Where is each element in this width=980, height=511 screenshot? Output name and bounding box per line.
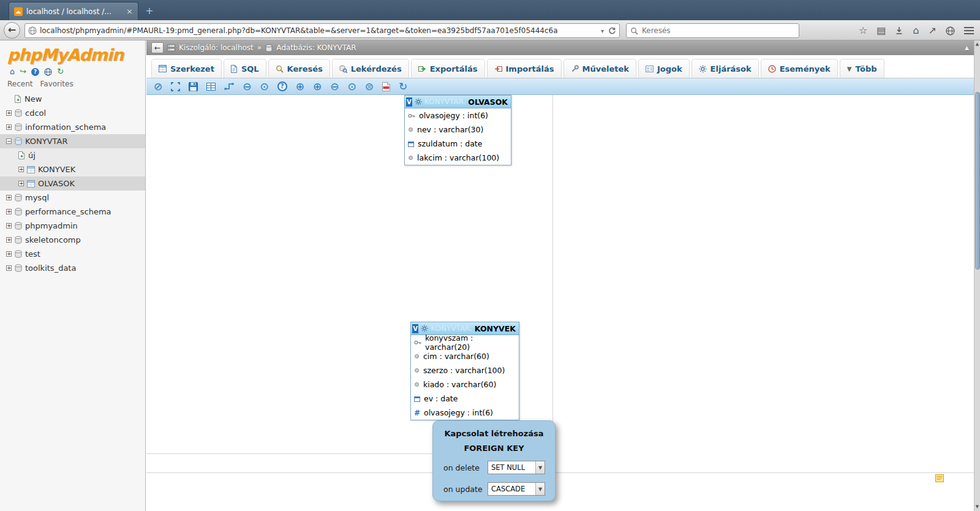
menu-icon[interactable] [964, 27, 974, 34]
tree-item-konyvek[interactable]: + KONYVEK [0, 162, 145, 176]
column-row[interactable]: ev : date [411, 392, 519, 406]
table-options-gear-icon[interactable] [421, 325, 428, 332]
scroll-down-icon[interactable]: ▼ [974, 503, 980, 511]
tab-operations[interactable]: Műveletek [564, 59, 636, 78]
tab-sql[interactable]: SQL [224, 59, 266, 78]
pdf-export-icon[interactable] [382, 82, 390, 91]
network-icon[interactable] [946, 26, 955, 36]
expand-icon[interactable]: + [6, 223, 12, 229]
toggle-grid-icon[interactable]: ⊙ [260, 81, 269, 92]
zoom-in-icon[interactable]: ⊕ [296, 81, 304, 92]
tree-item-cdcol[interactable]: + cdcol [0, 106, 145, 120]
tree-item-olvasok[interactable]: + OLVASOK [0, 176, 145, 191]
scrollbar-thumb[interactable] [975, 92, 980, 270]
tab-privileges[interactable]: Jogok [638, 59, 690, 78]
url-bar[interactable]: localhost/phpmyadmin/#PMAURL-19:pmd_gene… [24, 23, 620, 38]
breadcrumb-database[interactable]: Adatbázis: KONYVTAR [276, 44, 356, 52]
column-row[interactable]: olvasojegy : int(6) [405, 108, 511, 123]
select-arrow-icon[interactable]: ▼ [535, 483, 545, 495]
column-row[interactable]: nev : varchar(30) [405, 123, 511, 137]
table-options-gear-icon[interactable] [415, 98, 422, 105]
tab-search[interactable]: Keresés [268, 59, 330, 78]
logout-icon[interactable]: ↪ [20, 67, 26, 76]
column-row[interactable]: # olvasojegy : int(6) [411, 406, 519, 420]
tab-structure[interactable]: Szerkezet [151, 59, 222, 78]
cancel-icon[interactable]: ⊘ [154, 81, 162, 92]
home-icon[interactable]: ⌂ [913, 26, 919, 36]
browser-tab[interactable]: localhost / localhost /... × [9, 2, 138, 20]
recent-dropdown[interactable]: Recent [7, 80, 32, 88]
expand-icon[interactable]: + [6, 265, 12, 271]
tree-item-information-schema[interactable]: + information_schema [0, 120, 145, 134]
designer-table-olvasok[interactable]: V KONYVTAR. OLVASOK olvasojegy : int(6) … [404, 95, 511, 165]
collapse-topbar-icon[interactable]: ▲ [965, 45, 969, 51]
tree-item-konyvtar[interactable]: − KONYVTAR [0, 134, 145, 148]
add-table-icon[interactable]: ⊕ [313, 81, 322, 92]
panel-toggle-button[interactable]: ← [151, 42, 164, 53]
designer-canvas[interactable]: V KONYVTAR. OLVASOK olvasojegy : int(6) … [146, 95, 974, 511]
expand-icon[interactable]: + [6, 110, 12, 116]
url-text[interactable]: localhost/phpmyadmin/#PMAURL-19:pmd_gene… [40, 26, 597, 35]
view-toggle-icon[interactable]: V [406, 97, 412, 107]
tab-import[interactable]: Importálás [487, 59, 562, 78]
tree-item-uj[interactable]: új [0, 148, 145, 162]
fullscreen-icon[interactable] [171, 82, 180, 91]
tree-item-phpmyadmin[interactable]: + phpmyadmin [0, 219, 145, 233]
column-row[interactable]: konyvszam : varchar(20) [411, 335, 519, 349]
relation-lines-icon[interactable]: ⊜ [365, 81, 374, 92]
tree-item-performance-schema[interactable]: + performance_schema [0, 205, 145, 219]
docs-icon[interactable]: ? [31, 68, 39, 76]
back-button[interactable]: ← [4, 22, 20, 39]
column-row[interactable]: szuldatum : date [405, 137, 511, 151]
scroll-up-icon[interactable]: ▲ [974, 40, 980, 48]
relation-link-icon[interactable] [224, 82, 234, 91]
tree-item-new[interactable]: New [0, 92, 145, 106]
expand-icon[interactable]: + [6, 209, 12, 214]
tab-events[interactable]: Események [761, 59, 838, 78]
table-header[interactable]: V KONYVTAR. OLVASOK [405, 96, 511, 108]
help-icon[interactable]: ? [277, 81, 287, 91]
select-arrow-icon[interactable]: ▼ [535, 461, 545, 474]
column-row[interactable]: szerzo : varchar(100) [411, 363, 519, 377]
pin-text-icon[interactable] [935, 474, 944, 482]
tab-export[interactable]: Exportálás [411, 59, 485, 78]
tab-more[interactable]: ▼ Több [840, 59, 884, 78]
search-input[interactable] [642, 26, 795, 35]
expand-icon[interactable]: + [6, 195, 12, 200]
reload-icon[interactable] [608, 27, 616, 35]
breadcrumb-server[interactable]: Kiszolgáló: localhost [179, 44, 254, 52]
bookmark-star-icon[interactable]: ☆ [859, 26, 867, 36]
refresh-icon[interactable]: ↻ [57, 67, 64, 76]
reading-list-icon[interactable]: ▤ [876, 26, 886, 36]
on-delete-select[interactable]: SET NULL ▼ [488, 461, 545, 474]
tree-item-test[interactable]: + test [0, 247, 145, 261]
wiki-globe-icon[interactable] [44, 68, 52, 76]
small-big-all-icon[interactable]: ⊖ [243, 81, 251, 92]
vertical-scrollbar[interactable]: ▲ ▼ [974, 40, 980, 511]
expand-icon[interactable]: + [18, 181, 24, 186]
save-icon[interactable] [189, 82, 198, 91]
tree-item-mysql[interactable]: + mysql [0, 191, 145, 205]
reload-icon[interactable]: ↻ [399, 81, 407, 92]
share-icon[interactable]: ↗ [929, 26, 937, 36]
tree-item-skeletoncomp[interactable]: + skeletoncomp [0, 233, 145, 247]
view-toggle-icon[interactable]: V [412, 324, 418, 333]
home-icon[interactable]: ⌂ [10, 67, 15, 76]
search-box[interactable] [626, 23, 799, 38]
table-list-icon[interactable] [206, 83, 216, 91]
tree-item-toolkits-data[interactable]: + toolkits_data [0, 261, 145, 275]
collapse-expand-icon[interactable]: − [6, 138, 12, 144]
designer-table-konyvek[interactable]: V KONYVTAR. KONYVEK konyvszam : varchar(… [410, 322, 519, 420]
expand-icon[interactable]: + [6, 124, 12, 130]
downloads-icon[interactable] [895, 26, 903, 35]
url-dropdown-icon[interactable]: ▾ [600, 28, 605, 34]
expand-icon[interactable]: + [6, 237, 12, 243]
tab-query[interactable]: Lekérdezés [332, 59, 409, 78]
favorites-dropdown[interactable]: Favorites [40, 80, 73, 88]
zoom-out-icon[interactable]: ⊖ [330, 81, 339, 92]
expand-icon[interactable]: + [18, 167, 24, 172]
expand-icon[interactable]: + [6, 251, 12, 257]
tab-routines[interactable]: Eljárások [692, 59, 759, 78]
new-tab-button[interactable]: + [142, 5, 157, 18]
column-row[interactable]: kiado : varchar(60) [411, 377, 519, 392]
